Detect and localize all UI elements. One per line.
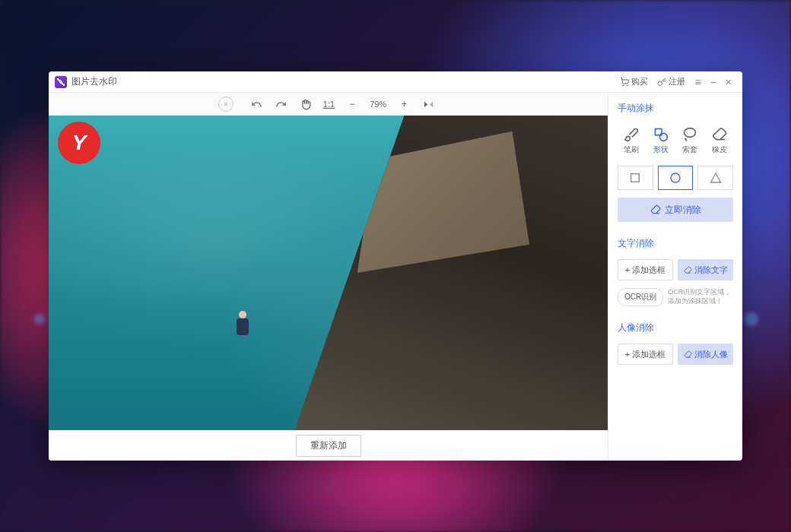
circle-icon xyxy=(669,172,681,184)
triangle-shape[interactable] xyxy=(697,166,733,190)
svg-point-0 xyxy=(623,85,624,86)
cart-icon xyxy=(620,78,629,87)
shape-icon xyxy=(653,127,669,142)
text-section-title: 文字消除 xyxy=(618,236,733,252)
brush-tool-row: 笔刷 形状 索套 橡皮 xyxy=(618,124,733,158)
hand-icon xyxy=(300,99,311,110)
pan-button[interactable] xyxy=(296,94,316,114)
rect-shape[interactable] xyxy=(618,166,653,190)
brush-icon xyxy=(624,127,639,142)
svg-rect-5 xyxy=(631,174,640,182)
titlebar: 图片去水印 购买 注册 ≡ − × xyxy=(49,71,742,93)
add-person-box-button[interactable]: +添加选框 xyxy=(618,344,673,365)
ratio-button[interactable]: 1:1 xyxy=(320,94,338,114)
flip-button[interactable] xyxy=(418,94,438,114)
shape-row xyxy=(618,166,733,190)
plus-icon: + xyxy=(625,350,630,359)
main-panel: × 1:1 − 79% + Y 重新添加 xyxy=(49,93,608,461)
erase-text-button[interactable]: 消除文字 xyxy=(678,259,733,280)
clear-button[interactable]: × xyxy=(218,97,233,112)
eraser-tool[interactable]: 橡皮 xyxy=(706,124,734,158)
svg-point-3 xyxy=(659,133,667,141)
zoom-level[interactable]: 79% xyxy=(367,94,389,114)
register-button[interactable]: 注册 xyxy=(653,76,690,87)
side-panel: 手动涂抹 笔刷 形状 索套 橡皮 xyxy=(608,93,742,461)
bottom-bar: 重新添加 xyxy=(49,430,608,461)
undo-button[interactable] xyxy=(247,94,267,114)
sparkle-icon xyxy=(650,204,661,215)
ocr-button[interactable]: OCR识别 xyxy=(618,288,663,306)
brush-tool[interactable]: 笔刷 xyxy=(618,124,646,158)
manual-section-title: 手动涂抹 xyxy=(618,100,733,116)
buy-button[interactable]: 购买 xyxy=(615,76,653,87)
canvas-toolbar: × 1:1 − 79% + xyxy=(49,93,608,116)
svg-point-6 xyxy=(671,173,680,182)
redo-button[interactable] xyxy=(272,94,291,114)
reupload-button[interactable]: 重新添加 xyxy=(296,435,361,457)
flip-icon xyxy=(423,99,434,110)
shape-tool[interactable]: 形状 xyxy=(647,124,675,158)
menu-button[interactable]: ≡ xyxy=(690,76,705,88)
minimize-button[interactable]: − xyxy=(706,76,721,88)
square-icon xyxy=(629,172,641,184)
redo-icon xyxy=(275,99,287,110)
circle-shape[interactable] xyxy=(658,166,694,190)
zoom-out-button[interactable]: − xyxy=(342,94,362,114)
key-icon xyxy=(657,78,666,87)
lasso-tool[interactable]: 索套 xyxy=(676,124,704,158)
close-button[interactable]: × xyxy=(721,76,736,88)
watermark-logo: Y xyxy=(58,122,100,164)
image-canvas[interactable]: Y xyxy=(49,116,608,430)
app-title: 图片去水印 xyxy=(71,75,117,88)
triangle-icon xyxy=(710,172,722,184)
svg-point-4 xyxy=(685,128,696,138)
undo-icon xyxy=(251,99,262,110)
person-section-title: 人像消除 xyxy=(618,320,733,336)
eraser-icon xyxy=(712,127,727,142)
erase-now-button[interactable]: 立即消除 xyxy=(618,198,733,222)
zoom-in-button[interactable]: + xyxy=(394,94,414,114)
eraser-icon xyxy=(684,266,692,274)
ocr-hint: OCR识别文字区域，添加为涂抹区域！ xyxy=(668,288,733,306)
plus-icon: + xyxy=(625,265,630,274)
erase-person-button[interactable]: 消除人像 xyxy=(678,344,733,365)
app-icon xyxy=(55,76,67,88)
eraser-icon xyxy=(684,350,692,359)
app-window: 图片去水印 购买 注册 ≡ − × × 1:1 − 79% + xyxy=(49,71,742,461)
svg-point-1 xyxy=(627,85,628,86)
add-text-box-button[interactable]: +添加选框 xyxy=(618,259,673,280)
lasso-icon xyxy=(682,127,697,142)
image-content xyxy=(227,311,258,349)
